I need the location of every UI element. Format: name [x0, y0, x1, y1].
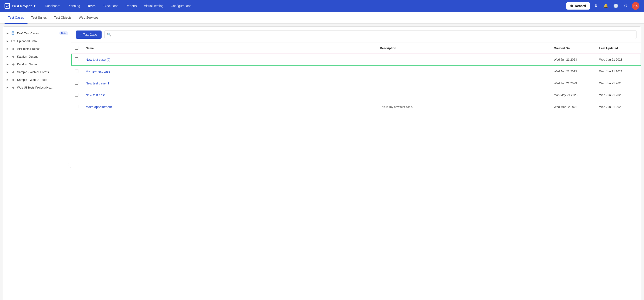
row-updated-cell: Wed Jun 21 2023	[596, 54, 641, 66]
row-updated-cell: Wed Jun 21 2023	[596, 77, 641, 89]
sidebar-item-sample-web-api[interactable]: ▶ ◆ Sample - Web API Tests	[3, 68, 71, 76]
sidebar-item-sample-web-ui[interactable]: ▶ ◆ Sample - Web UI Tests	[3, 76, 71, 84]
col-header-name: Name	[82, 43, 376, 54]
sidebar-sample-api-label: Sample - Web API Tests	[17, 70, 68, 74]
beta-badge: Beta	[59, 31, 68, 35]
col-header-created: Created On	[550, 43, 596, 54]
row-created-cell: Wed Jun 21 2023	[550, 66, 596, 77]
arrow-icon: ▶	[6, 31, 9, 35]
row-description-cell	[376, 54, 550, 66]
record-button[interactable]: Record	[566, 2, 590, 10]
row-description-cell	[376, 77, 550, 89]
sidebar-item-katalon-2[interactable]: ▶ ◆ Katalon_Output	[3, 60, 71, 68]
row-checkbox[interactable]	[75, 93, 78, 96]
row-description-cell	[376, 66, 550, 77]
record-label: Record	[575, 4, 586, 8]
select-all-checkbox[interactable]	[75, 46, 78, 50]
col-header-checkbox	[71, 43, 82, 54]
history-icon[interactable]: 🕐	[612, 2, 620, 10]
top-nav: First Project ▾ Dashboard Planning Tests…	[0, 0, 644, 12]
arrow-icon: ▶	[6, 55, 9, 58]
row-description-cell	[376, 89, 550, 101]
brand-name: First Project	[12, 4, 32, 8]
nav-dashboard[interactable]: Dashboard	[42, 2, 64, 10]
diamond-icon: ◆	[11, 62, 15, 66]
row-updated-cell: Wed Jun 21 2023	[596, 101, 641, 113]
tab-web-services[interactable]: Web Services	[75, 12, 102, 24]
sidebar-item-uploaded-data[interactable]: ▶ Uploaded Data	[3, 37, 71, 45]
arrow-icon: ▶	[6, 86, 9, 89]
sidebar-item-draft-test-cases[interactable]: ▶ Draft Test Cases Beta	[3, 29, 71, 37]
sidebar-web-ui-label: Web UI Tests Project (He...	[17, 86, 68, 89]
sub-nav: Test Cases Test Suites Test Objects Web …	[0, 12, 644, 24]
sidebar-item-katalon-1[interactable]: ▶ ◆ Katalon_Output	[3, 53, 71, 60]
search-input[interactable]	[104, 30, 636, 39]
row-checkbox[interactable]	[75, 57, 78, 61]
sidebar: ▶ Draft Test Cases Beta ▶ Uploaded Data …	[3, 27, 71, 300]
brand-chevron: ▾	[34, 4, 36, 8]
tab-test-cases[interactable]: Test Cases	[4, 12, 28, 24]
row-name-link[interactable]: New test case (1)	[86, 81, 110, 85]
test-cases-table: Name Description Created On Last Updated…	[71, 43, 641, 113]
add-test-case-button[interactable]: + Test Case	[76, 31, 102, 39]
nav-configurations[interactable]: Configurations	[168, 2, 194, 10]
diamond-icon: ◆	[11, 47, 15, 51]
diamond-icon: ◆	[11, 78, 15, 82]
table-row: My new test case Wed Jun 21 2023 Wed Jun…	[71, 66, 641, 77]
search-icon: 🔍	[107, 33, 111, 37]
sidebar-draft-label: Draft Test Cases	[17, 32, 58, 35]
row-name-link[interactable]: New test case	[86, 93, 106, 97]
tab-test-suites[interactable]: Test Suites	[28, 12, 50, 24]
sidebar-collapse-button[interactable]: ‹	[68, 162, 71, 168]
download-icon[interactable]: ⬇	[592, 2, 600, 10]
row-name-link[interactable]: Make appointment	[86, 105, 112, 109]
nav-executions[interactable]: Executions	[100, 2, 121, 10]
sidebar-sample-ui-label: Sample - Web UI Tests	[17, 78, 68, 81]
row-checkbox-cell	[71, 66, 82, 77]
table-row: New test case Mon May 29 2023 Wed Jun 21…	[71, 89, 641, 101]
brand-icon	[4, 3, 10, 9]
main-container: ▶ Draft Test Cases Beta ▶ Uploaded Data …	[3, 26, 641, 300]
nav-reports[interactable]: Reports	[122, 2, 140, 10]
arrow-icon: ▶	[6, 78, 9, 81]
row-name-cell: New test case	[82, 89, 376, 101]
settings-icon[interactable]: ⚙	[622, 2, 630, 10]
row-checkbox[interactable]	[75, 81, 78, 85]
row-checkbox-cell	[71, 89, 82, 101]
file-icon	[11, 31, 15, 35]
folder-icon	[11, 39, 15, 43]
row-checkbox[interactable]	[75, 69, 78, 73]
sidebar-uploaded-label: Uploaded Data	[17, 39, 68, 43]
arrow-icon: ▶	[6, 62, 9, 66]
col-header-description: Description	[376, 43, 550, 54]
tab-test-objects[interactable]: Test Objects	[50, 12, 75, 24]
row-name-cell: New test case (1)	[82, 77, 376, 89]
search-box: 🔍	[104, 30, 636, 39]
row-updated-cell: Wed Jun 21 2023	[596, 66, 641, 77]
avatar[interactable]: RA	[632, 2, 640, 10]
table-row: Make appointment This is my new test cas…	[71, 101, 641, 113]
arrow-icon: ▶	[6, 47, 9, 51]
row-name-link[interactable]: New test case (2)	[86, 58, 110, 61]
row-checkbox-cell	[71, 54, 82, 66]
sidebar-item-web-ui-project[interactable]: ▶ ◆ Web UI Tests Project (He...	[3, 84, 71, 91]
table-container: Name Description Created On Last Updated…	[71, 43, 641, 300]
row-created-cell: Wed Jun 21 2023	[550, 77, 596, 89]
arrow-icon: ▶	[6, 39, 9, 43]
sidebar-item-api-tests[interactable]: ▶ ◆ API Tests Project	[3, 45, 71, 53]
row-created-cell: Mon May 29 2023	[550, 89, 596, 101]
nav-links: Dashboard Planning Tests Executions Repo…	[42, 2, 564, 10]
nav-tests[interactable]: Tests	[84, 2, 99, 10]
col-header-updated: Last Updated	[596, 43, 641, 54]
row-checkbox[interactable]	[75, 105, 78, 108]
nav-brand[interactable]: First Project ▾	[4, 3, 36, 9]
diamond-icon: ◆	[11, 85, 15, 89]
nav-visual-testing[interactable]: Visual Testing	[141, 2, 167, 10]
arrow-icon: ▶	[6, 70, 9, 74]
notification-icon[interactable]: 🔔	[602, 2, 610, 10]
nav-planning[interactable]: Planning	[64, 2, 84, 10]
row-checkbox-cell	[71, 77, 82, 89]
record-dot-icon	[570, 5, 573, 7]
row-name-link[interactable]: My new test case	[86, 70, 110, 73]
row-description-cell: This is my new test case.	[376, 101, 550, 113]
